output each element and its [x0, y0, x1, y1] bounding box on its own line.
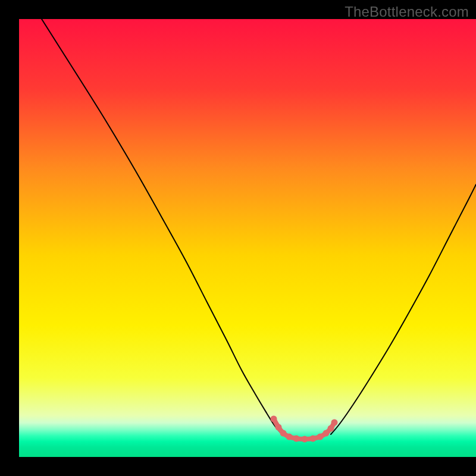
valley-dot	[302, 436, 308, 443]
valley-dot	[317, 434, 324, 440]
gradient-background	[19, 19, 476, 457]
bottleneck-chart	[0, 0, 476, 476]
valley-dot	[293, 436, 300, 442]
valley-dot	[286, 434, 293, 440]
valley-dot	[331, 419, 338, 426]
valley-dot	[271, 416, 277, 422]
valley-dot	[323, 430, 330, 437]
valley-dot	[310, 436, 317, 442]
chart-container: TheBottleneck.com	[0, 0, 476, 476]
valley-dot	[328, 425, 334, 432]
valley-dot	[280, 430, 287, 437]
valley-dot	[275, 424, 282, 431]
watermark-text: TheBottleneck.com	[345, 4, 469, 20]
